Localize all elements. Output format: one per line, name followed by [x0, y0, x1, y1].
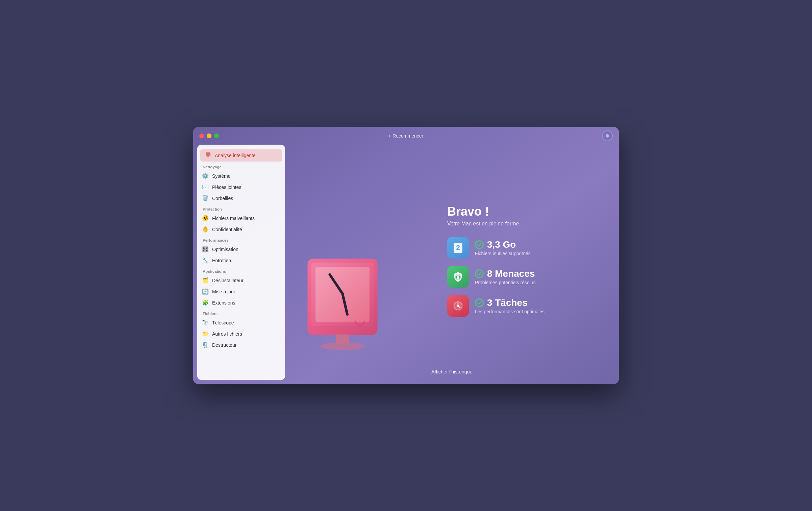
pieces-jointes-icon: ✉️ — [202, 184, 209, 190]
app-window: ‹ Recommencer Analyse inte — [193, 127, 619, 384]
extensions-icon: 🧩 — [202, 299, 209, 306]
sidebar-item-mise-a-jour[interactable]: 🔄 Mise à jour — [197, 286, 285, 297]
sidebar-item-systeme[interactable]: ⚙️ Système — [197, 170, 285, 181]
destructeur-icon: 🗜️ — [202, 342, 209, 348]
sidebar-item-optimisation[interactable]: 🎛️ Optimisation — [197, 244, 285, 255]
sidebar-item-autres-fichiers[interactable]: 📁 Autres fichiers — [197, 328, 285, 339]
storage-text: 3,3 Go Fichiers inutiles supprimés — [475, 239, 531, 256]
sidebar-item-extensions[interactable]: 🧩 Extensions — [197, 297, 285, 308]
section-protection: Protection — [197, 204, 285, 213]
svg-rect-0 — [206, 152, 210, 156]
threats-icon-wrap — [447, 266, 469, 288]
maximize-button[interactable] — [214, 133, 219, 138]
tasks-value-row: 3 Tâches — [475, 297, 544, 308]
autres-fichiers-icon: 📁 — [202, 331, 209, 337]
svg-text:2: 2 — [456, 244, 460, 251]
threats-value: 8 Menaces — [487, 268, 535, 279]
tasks-label: Les performances sont optimales — [475, 309, 544, 314]
confidentialite-icon: 🖐️ — [202, 226, 209, 233]
sidebar-label-corbeilles: Corbeilles — [212, 196, 233, 201]
svg-point-19 — [457, 305, 459, 307]
bravo-subtitle: Votre Mac est en pleine forme. — [447, 221, 544, 227]
sidebar-label-destructeur: Destructeur — [212, 342, 236, 348]
threats-label: Problèmes potentiels résolus — [475, 280, 536, 285]
sidebar-label-mise-a-jour: Mise à jour — [212, 289, 235, 294]
threats-text: 8 Menaces Problèmes potentiels résolus — [475, 268, 536, 285]
svg-rect-2 — [206, 157, 210, 157]
back-button[interactable]: ‹ Recommencer — [389, 133, 423, 139]
close-button[interactable] — [199, 133, 204, 138]
sidebar-label-autres: Autres fichiers — [212, 331, 242, 337]
mac-illustration — [295, 256, 390, 364]
entretien-icon: 🔧 — [202, 257, 209, 264]
chevron-left-icon: ‹ — [389, 133, 390, 139]
systeme-icon: ⚙️ — [202, 173, 209, 179]
title-bar: ‹ Recommencer — [193, 127, 619, 145]
section-fichiers: Fichiers — [197, 308, 285, 317]
mise-a-jour-icon: 🔄 — [202, 288, 209, 295]
svg-point-9 — [320, 342, 365, 350]
sidebar-label-malveillants: Fichiers malveillants — [212, 216, 255, 221]
avatar-inner — [606, 134, 609, 138]
result-tasks: 3 Tâches Les performances sont optimales — [447, 295, 544, 317]
sidebar-label-entretien: Entretien — [212, 258, 231, 263]
tasks-check — [475, 298, 484, 307]
sidebar-item-label: Analyse intelligente — [215, 153, 256, 158]
sidebar-item-pieces-jointes[interactable]: ✉️ Pièces jointes — [197, 181, 285, 193]
minimize-button[interactable] — [207, 133, 211, 138]
result-storage: 2 3,3 Go Fichiers inutiles sup — [447, 237, 544, 259]
sidebar-item-desinstallateur[interactable]: 🗂️ Désinstallateur — [197, 275, 285, 286]
traffic-lights — [199, 133, 219, 138]
sidebar-label-desinstallateur: Désinstallateur — [212, 278, 244, 283]
telescope-icon: 🔭 — [202, 319, 209, 326]
back-label: Recommencer — [392, 133, 423, 139]
results-panel: Bravo ! Votre Mac est en pleine forme. 2 — [447, 204, 544, 324]
avatar-button[interactable] — [602, 130, 613, 141]
history-link[interactable]: Afficher l'historique — [431, 369, 473, 374]
sidebar-item-telescope[interactable]: 🔭 Télescope — [197, 317, 285, 328]
sidebar-item-analyse[interactable]: Analyse intelligente — [200, 149, 282, 162]
main-content: Bravo ! Votre Mac est en pleine forme. 2 — [285, 145, 619, 384]
section-applications: Applications — [197, 266, 285, 275]
analyse-icon — [205, 152, 211, 159]
storage-check — [475, 240, 484, 249]
tasks-icon-wrap — [447, 295, 469, 317]
storage-value-row: 3,3 Go — [475, 239, 531, 250]
storage-value: 3,3 Go — [487, 239, 516, 250]
threats-value-row: 8 Menaces — [475, 268, 536, 279]
sidebar-item-entretien[interactable]: 🔧 Entretien — [197, 255, 285, 266]
sidebar-item-confidentialite[interactable]: 🖐️ Confidentialité — [197, 224, 285, 235]
corbeilles-icon: 🗑️ — [202, 195, 209, 201]
sidebar-label-systeme: Système — [212, 173, 230, 179]
sidebar-item-fichiers-malveillants[interactable]: ☣️ Fichiers malveillants — [197, 213, 285, 224]
threats-check — [475, 269, 484, 278]
sidebar-label-telescope: Télescope — [212, 320, 234, 325]
content-area: Analyse intelligente Nettoyage ⚙️ Systèm… — [193, 145, 619, 384]
storage-label: Fichiers inutiles supprimés — [475, 251, 531, 256]
malveillants-icon: ☣️ — [202, 215, 209, 221]
sidebar-label-optimisation: Optimisation — [212, 247, 238, 252]
tasks-text: 3 Tâches Les performances sont optimales — [475, 297, 544, 314]
sidebar-item-corbeilles[interactable]: 🗑️ Corbeilles — [197, 193, 285, 204]
section-nettoyage: Nettoyage — [197, 162, 285, 170]
desinstallateur-icon: 🗂️ — [202, 277, 209, 284]
section-performances: Performances — [197, 235, 285, 244]
bravo-title: Bravo ! — [447, 204, 544, 219]
sidebar: Analyse intelligente Nettoyage ⚙️ Systèm… — [197, 145, 285, 380]
svg-rect-1 — [207, 156, 209, 157]
sidebar-row-active[interactable]: Analyse intelligente — [200, 149, 282, 162]
storage-icon-wrap: 2 — [447, 237, 469, 259]
sidebar-label-extensions: Extensions — [212, 300, 235, 306]
sidebar-label-confidentialite: Confidentialité — [212, 227, 242, 232]
sidebar-label-pieces: Pièces jointes — [212, 185, 241, 190]
result-threats: 8 Menaces Problèmes potentiels résolus — [447, 266, 544, 288]
sidebar-item-destructeur[interactable]: 🗜️ Destructeur — [197, 339, 285, 350]
tasks-value: 3 Tâches — [487, 297, 528, 308]
optimisation-icon: 🎛️ — [202, 246, 209, 252]
